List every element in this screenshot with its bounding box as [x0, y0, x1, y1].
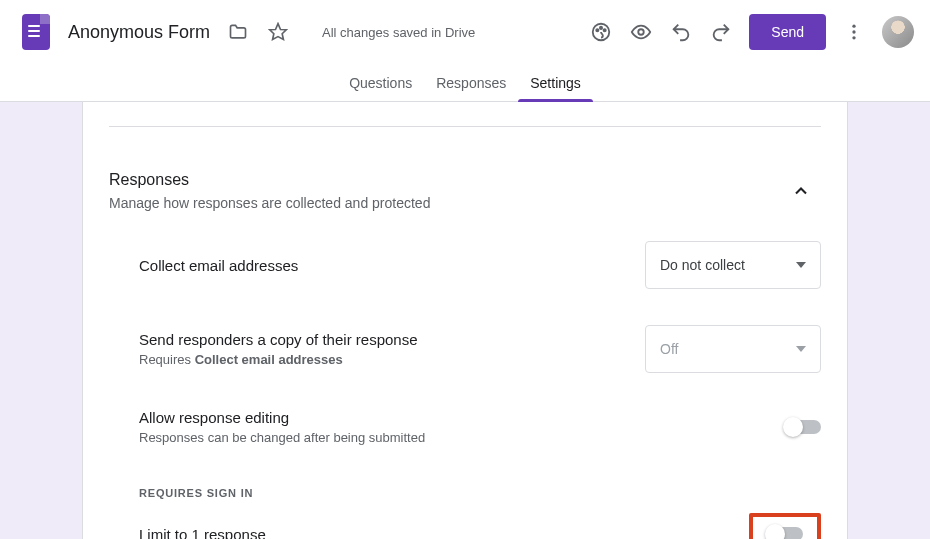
svg-marker-9: [796, 262, 806, 268]
more-options-icon[interactable]: [834, 12, 874, 52]
responses-section-header: Responses Manage how responses are colle…: [109, 127, 821, 223]
svg-marker-10: [796, 346, 806, 352]
tutorial-highlight-box: [749, 513, 821, 539]
row-send-copy: Send responders a copy of their response…: [109, 307, 821, 391]
tab-questions[interactable]: Questions: [337, 75, 424, 101]
send-copy-sub-prefix: Requires: [139, 352, 195, 367]
svg-marker-0: [270, 24, 287, 40]
caret-down-icon: [796, 262, 806, 268]
canvas: Responses Manage how responses are colle…: [0, 102, 930, 539]
allow-edit-sub: Responses can be changed after being sub…: [139, 430, 765, 445]
tab-bar: Questions Responses Settings: [0, 64, 930, 102]
requires-signin-subheader: REQUIRES SIGN IN: [109, 463, 821, 499]
svg-point-6: [852, 25, 855, 28]
account-avatar[interactable]: [882, 16, 914, 48]
collect-email-select[interactable]: Do not collect: [645, 241, 821, 289]
collect-email-select-value: Do not collect: [660, 257, 745, 273]
svg-point-2: [597, 29, 599, 31]
row-collect-email: Collect email addresses Do not collect: [109, 223, 821, 307]
svg-point-8: [852, 36, 855, 39]
send-button[interactable]: Send: [749, 14, 826, 50]
caret-down-icon: [796, 346, 806, 352]
collect-email-label: Collect email addresses: [139, 257, 625, 274]
svg-point-3: [600, 27, 602, 29]
send-copy-sub-bold: Collect email addresses: [195, 352, 343, 367]
star-icon[interactable]: [258, 12, 298, 52]
forms-logo[interactable]: [16, 12, 56, 52]
send-copy-select-value: Off: [660, 341, 678, 357]
allow-edit-label: Allow response editing: [139, 409, 765, 426]
top-toolbar: Anonymous Form All changes saved in Driv…: [0, 0, 930, 64]
send-copy-select: Off: [645, 325, 821, 373]
svg-point-7: [852, 30, 855, 33]
row-limit-one: Limit to 1 response: [109, 499, 821, 539]
tab-settings[interactable]: Settings: [518, 75, 593, 101]
save-status-text: All changes saved in Drive: [322, 25, 475, 40]
customize-theme-icon[interactable]: [581, 12, 621, 52]
tab-responses[interactable]: Responses: [424, 75, 518, 101]
settings-card: Responses Manage how responses are colle…: [82, 102, 848, 539]
limit-one-toggle[interactable]: [767, 527, 803, 539]
move-to-folder-icon[interactable]: [218, 12, 258, 52]
undo-icon[interactable]: [661, 12, 701, 52]
collapse-section-icon[interactable]: [781, 171, 821, 211]
redo-icon[interactable]: [701, 12, 741, 52]
section-desc: Manage how responses are collected and p…: [109, 195, 781, 211]
section-title: Responses: [109, 171, 781, 189]
send-copy-sub: Requires Collect email addresses: [139, 352, 625, 367]
svg-point-5: [639, 29, 645, 35]
send-copy-label: Send responders a copy of their response: [139, 331, 625, 348]
form-title[interactable]: Anonymous Form: [68, 22, 210, 43]
row-allow-editing: Allow response editing Responses can be …: [109, 391, 821, 463]
limit-one-label: Limit to 1 response: [139, 526, 729, 540]
allow-edit-toggle[interactable]: [785, 420, 821, 434]
svg-point-4: [604, 29, 606, 31]
preview-icon[interactable]: [621, 12, 661, 52]
